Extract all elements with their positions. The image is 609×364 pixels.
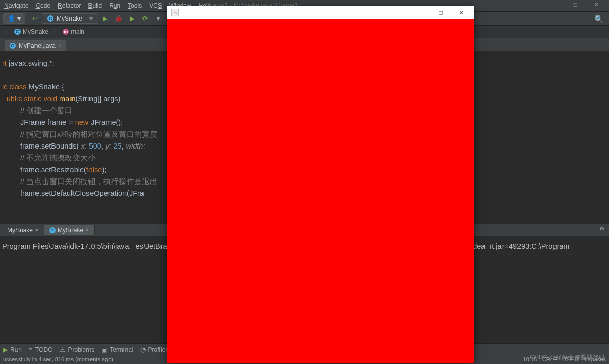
- ide-maximize-icon[interactable]: □: [574, 1, 577, 8]
- tool-terminal[interactable]: ▣Terminal: [101, 346, 133, 353]
- code-text: ublic static void: [7, 95, 59, 103]
- attach-icon[interactable]: ▾: [154, 14, 163, 23]
- java-application-window[interactable]: ♨ — □ ✕: [167, 6, 474, 363]
- tab-label: MySnake: [58, 227, 83, 234]
- user-icon: 👤: [8, 15, 15, 22]
- breadcrumb-method[interactable]: main: [71, 28, 84, 35]
- ide-minimize-icon[interactable]: —: [551, 1, 557, 8]
- code-number: 500: [87, 142, 101, 150]
- profile-icon[interactable]: ⟳: [140, 14, 150, 23]
- code-text: ,: [121, 142, 126, 150]
- tab-label: Run: [10, 346, 22, 353]
- menu-tools[interactable]: Tools: [128, 2, 142, 9]
- status-message: uccessfully in 4 sec, 816 ms (moments ag…: [3, 356, 113, 362]
- tab-label: MyPanel.java: [19, 42, 56, 49]
- back-arrow-icon[interactable]: ↩: [30, 14, 40, 23]
- code-comment: // 当点击窗口关闭按钮，执行操作是退出: [20, 177, 157, 186]
- code-text: false: [86, 166, 102, 174]
- terminal-icon: ▣: [101, 346, 107, 353]
- code-text: new: [75, 118, 91, 126]
- java-titlebar[interactable]: ♨ — □ ✕: [167, 6, 474, 19]
- menu-vcs[interactable]: VCS: [149, 2, 162, 9]
- code-text: (String[] args): [76, 95, 121, 103]
- code-text: javax.swing.*;: [9, 59, 55, 67]
- close-button[interactable]: ✕: [451, 6, 472, 19]
- code-text: {: [60, 83, 64, 91]
- java-panel-red: [167, 19, 474, 363]
- tab-label: TODO: [35, 346, 52, 353]
- java-app-icon: ♨: [171, 9, 179, 16]
- code-comment: // 创建一个窗口: [20, 106, 73, 115]
- class-icon: ≡: [49, 227, 56, 233]
- method-icon: m: [63, 29, 69, 35]
- run-config-label: MySnake: [57, 15, 82, 22]
- param-hint: x:: [81, 142, 86, 150]
- tool-profiler[interactable]: ◔Profiler: [140, 346, 168, 353]
- menu-navigate[interactable]: Navigate: [4, 2, 28, 9]
- code-text: main: [59, 95, 75, 103]
- watermark-text: CSDN @@每天都要敲代码: [530, 353, 605, 362]
- code-text: JFrame();: [91, 118, 123, 126]
- dropdown-icon: ▾: [17, 15, 21, 22]
- gear-icon[interactable]: ⚙: [599, 225, 605, 232]
- user-menu-button[interactable]: 👤▾: [3, 13, 25, 24]
- class-icon: C: [10, 43, 16, 49]
- close-tab-icon[interactable]: ×: [35, 227, 39, 234]
- code-text: ,: [101, 142, 105, 150]
- tab-label: MySnake: [7, 227, 33, 234]
- class-icon: C: [14, 29, 21, 35]
- code-text: frame.setResizable(: [20, 166, 86, 174]
- param-hint: width:: [126, 142, 146, 150]
- code-comment: // 不允许拖拽改变大小: [20, 154, 96, 162]
- code-number: 25: [111, 142, 121, 150]
- ide-window-controls: — □ ✕: [551, 1, 606, 8]
- coverage-icon[interactable]: ▶: [127, 14, 136, 23]
- run-configuration-selector[interactable]: C MySnake ▾: [42, 13, 98, 24]
- maximize-button[interactable]: □: [431, 6, 451, 19]
- run-tab-2[interactable]: ≡ MySnake ×: [44, 225, 95, 235]
- tab-label: Problems: [68, 346, 94, 353]
- console-line: Program Files\Java\jdk-17.0.5\bin\java.: [2, 242, 131, 250]
- tool-run[interactable]: ▶Run: [3, 346, 22, 353]
- dropdown-icon: ▾: [89, 15, 93, 22]
- run-icon[interactable]: ▶: [100, 14, 110, 23]
- warning-icon: ⚠: [60, 346, 65, 353]
- ide-close-icon[interactable]: ✕: [594, 1, 599, 8]
- run-icon: ▶: [3, 346, 8, 353]
- todo-icon: ≡: [29, 346, 32, 353]
- profiler-icon: ◔: [140, 346, 146, 353]
- class-icon: C: [47, 15, 53, 22]
- code-text: ic class: [2, 83, 29, 91]
- menu-code[interactable]: Code: [35, 2, 50, 9]
- code-text: JFrame frame =: [20, 118, 75, 126]
- tab-label: Profiler: [148, 346, 168, 353]
- tab-label: Terminal: [110, 346, 133, 353]
- menu-run[interactable]: Run: [109, 2, 120, 9]
- console-line: idea_rt.jar=49293:C:\Program: [471, 241, 569, 252]
- code-text: frame.setDefaultCloseOperation(JFra: [20, 189, 144, 197]
- tool-todo[interactable]: ≡TODO: [29, 346, 52, 353]
- debug-icon[interactable]: 🐞: [114, 14, 123, 23]
- code-comment: // 指定窗口x和y的相对位置及窗口的宽度: [20, 130, 157, 138]
- code-text: );: [102, 166, 107, 174]
- param-hint: y:: [105, 142, 111, 150]
- menu-build[interactable]: Build: [88, 2, 102, 9]
- minimize-button[interactable]: —: [410, 6, 431, 19]
- code-text: rt: [2, 59, 9, 67]
- code-text: frame.setBounds(: [20, 142, 81, 150]
- menu-refactor[interactable]: Refactor: [58, 2, 81, 9]
- editor-tab-mypanel[interactable]: C MyPanel.java ×: [5, 40, 66, 51]
- close-tab-icon[interactable]: ×: [58, 42, 62, 49]
- run-tab-1[interactable]: MySnake ×: [2, 225, 44, 235]
- code-text: MySnake: [29, 83, 60, 91]
- close-tab-icon[interactable]: ×: [85, 227, 89, 234]
- breadcrumb-class[interactable]: MySnake: [23, 28, 48, 35]
- search-everywhere-icon[interactable]: 🔍: [594, 14, 604, 24]
- tool-problems[interactable]: ⚠Problems: [60, 346, 94, 353]
